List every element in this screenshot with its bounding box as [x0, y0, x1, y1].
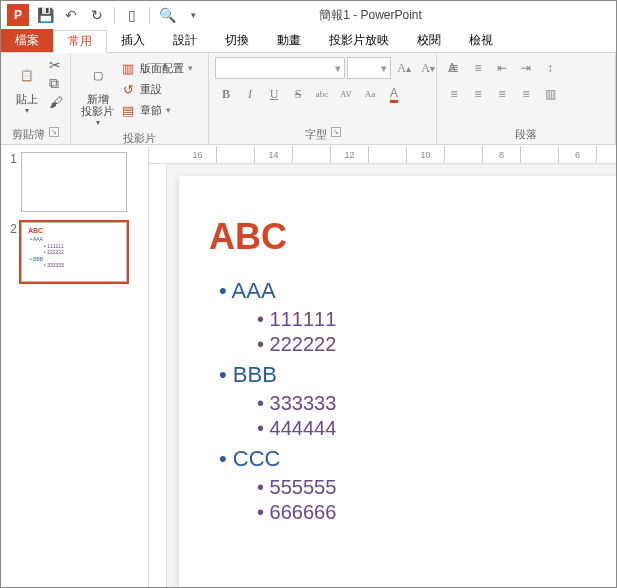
group-paragraph: ≣ ≡ ⇤ ⇥ ↕ 󠀠≡ ≡ ≡ ≡ ▥ 段落 — [437, 53, 616, 144]
font-size-combo[interactable]: ▾ — [347, 57, 391, 79]
section-icon: ▤ — [120, 102, 136, 118]
columns-icon[interactable]: ▥ — [539, 83, 561, 105]
change-case-button[interactable]: Aa — [359, 83, 381, 105]
touch-mode-icon[interactable]: 🔍 — [155, 4, 179, 26]
line-spacing-icon[interactable]: ↕ — [539, 57, 561, 79]
horizontal-ruler: 16 14 12 10 8 6 — [149, 146, 616, 164]
tab-insert[interactable]: 插入 — [107, 29, 159, 52]
group-clipboard: 📋 貼上 ▾ ✂ ⧉ 🖌 剪貼簿↘ — [1, 53, 71, 144]
group-paragraph-label: 段落 — [515, 127, 537, 142]
redo-icon[interactable]: ↻ — [85, 4, 109, 26]
copy-icon[interactable]: ⧉ — [49, 75, 63, 92]
quick-access-toolbar: 💾 ↶ ↻ ▯ 🔍 ▾ — [33, 4, 205, 26]
ribbon: 📋 貼上 ▾ ✂ ⧉ 🖌 剪貼簿↘ ▢ 新增 投影片 ▾ ▥版面配置▾ ↺重設 … — [1, 53, 616, 145]
section-button[interactable]: ▤章節▾ — [118, 101, 195, 119]
chevron-down-icon: ▾ — [25, 106, 29, 115]
format-painter-icon[interactable]: 🖌 — [49, 94, 63, 110]
tab-animations[interactable]: 動畫 — [263, 29, 315, 52]
font-color-button[interactable]: A — [383, 83, 405, 105]
slide-title[interactable]: ABC — [209, 216, 616, 258]
char-spacing-button[interactable]: AV — [335, 83, 357, 105]
shrink-font-icon[interactable]: A▾ — [417, 57, 439, 79]
shadow-button[interactable]: abc — [311, 83, 333, 105]
paste-icon: 📋 — [11, 59, 43, 91]
new-slide-icon: ▢ — [82, 59, 114, 91]
reset-button[interactable]: ↺重設 — [118, 80, 195, 98]
paste-button[interactable]: 📋 貼上 ▾ — [7, 57, 47, 117]
tab-design[interactable]: 設計 — [159, 29, 211, 52]
tab-slideshow[interactable]: 投影片放映 — [315, 29, 403, 52]
group-slides-label: 投影片 — [123, 131, 156, 146]
vertical-ruler — [149, 164, 167, 587]
thumbnail-pane[interactable]: 1 2 ABC • AAA • 111111 • 222222 • BBB • … — [1, 146, 149, 587]
bold-button[interactable]: B — [215, 83, 237, 105]
workspace: 1 2 ABC • AAA • 111111 • 222222 • BBB • … — [1, 146, 616, 587]
slide-edit-area[interactable]: 16 14 12 10 8 6 ABC • AAA • 111111 • 222… — [149, 146, 616, 587]
cut-icon[interactable]: ✂ — [49, 57, 63, 73]
numbering-icon[interactable]: ≡ — [467, 57, 489, 79]
layout-button[interactable]: ▥版面配置▾ — [118, 59, 195, 77]
group-font-label: 字型 — [305, 127, 327, 142]
underline-button[interactable]: U — [263, 83, 285, 105]
group-font: ▾ ▾ A▴ A▾ A̷ B I U S abc AV Aa A 字型↘ — [209, 53, 437, 144]
decrease-indent-icon[interactable]: ⇤ — [491, 57, 513, 79]
qat-dropdown-icon[interactable]: ▾ — [181, 4, 205, 26]
align-left-icon[interactable]: 󠀠≡ — [443, 83, 465, 105]
window-title: 簡報1 - PowerPoint — [205, 7, 616, 24]
tab-transitions[interactable]: 切換 — [211, 29, 263, 52]
slide-thumbnail[interactable] — [21, 152, 127, 212]
font-family-combo[interactable]: ▾ — [215, 57, 345, 79]
thumb-number: 1 — [5, 152, 21, 212]
undo-icon[interactable]: ↶ — [59, 4, 83, 26]
save-icon[interactable]: 💾 — [33, 4, 57, 26]
layout-icon: ▥ — [120, 60, 136, 76]
new-slide-button[interactable]: ▢ 新增 投影片 ▾ — [77, 57, 118, 129]
dialog-launcher-icon[interactable]: ↘ — [331, 127, 341, 137]
tab-review[interactable]: 校閱 — [403, 29, 455, 52]
thumb-number: 2 — [5, 222, 21, 282]
strike-button[interactable]: S — [287, 83, 309, 105]
group-slides: ▢ 新增 投影片 ▾ ▥版面配置▾ ↺重設 ▤章節▾ 投影片 — [71, 53, 209, 144]
start-from-beginning-icon[interactable]: ▯ — [120, 4, 144, 26]
title-bar: P 💾 ↶ ↻ ▯ 🔍 ▾ 簡報1 - PowerPoint — [1, 1, 616, 29]
reset-icon: ↺ — [120, 81, 136, 97]
tab-file[interactable]: 檔案 — [1, 29, 53, 52]
group-clipboard-label: 剪貼簿 — [12, 127, 45, 142]
align-center-icon[interactable]: ≡ — [467, 83, 489, 105]
chevron-down-icon: ▾ — [96, 118, 100, 127]
slide-canvas[interactable]: ABC • AAA • 111111 • 222222 • BBB • 3333… — [179, 176, 616, 587]
slide-body[interactable]: • AAA • 111111 • 222222 • BBB • 333333 •… — [209, 278, 616, 524]
align-right-icon[interactable]: ≡ — [491, 83, 513, 105]
dialog-launcher-icon[interactable]: ↘ — [49, 127, 59, 137]
justify-icon[interactable]: ≡ — [515, 83, 537, 105]
grow-font-icon[interactable]: A▴ — [393, 57, 415, 79]
slide-thumbnail[interactable]: ABC • AAA • 111111 • 222222 • BBB • 3333… — [21, 222, 127, 282]
bullets-icon[interactable]: ≣ — [443, 57, 465, 79]
tab-view[interactable]: 檢視 — [455, 29, 507, 52]
app-icon: P — [7, 4, 29, 26]
italic-button[interactable]: I — [239, 83, 261, 105]
increase-indent-icon[interactable]: ⇥ — [515, 57, 537, 79]
ribbon-tabs: 檔案 常用 插入 設計 切換 動畫 投影片放映 校閱 檢視 — [1, 29, 616, 53]
tab-home[interactable]: 常用 — [53, 30, 107, 53]
